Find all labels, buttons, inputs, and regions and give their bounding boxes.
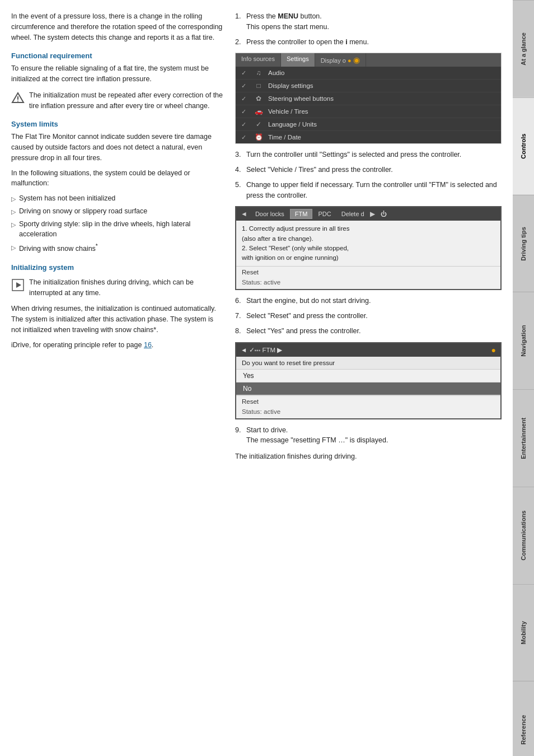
reset-screenshot: ◄ ✓▪▪▪ FTM ▶ ● Do you want to reset tire…	[235, 342, 502, 419]
bullet-item: ▷ System has not been initialized	[11, 193, 224, 204]
ftm-tabs: Door locks FTM PDC Delete d ▶ ⏻	[251, 209, 496, 219]
triangle-icon	[11, 91, 25, 105]
ftm-nav-left: ◄	[241, 210, 247, 218]
reset-status: Status: active	[236, 407, 500, 418]
menu-item-vehicle: ✓🚗Vehicle / Tires	[236, 105, 501, 118]
step-4: 4. Select "Vehicle / Tires" and press th…	[235, 165, 502, 175]
menu-item-language: ✓✓Language / Units	[236, 118, 501, 131]
system-limits-header: System limits	[11, 120, 224, 128]
tab-display: Display o ● ◉	[315, 53, 366, 67]
reset-header-text: ◄ ✓▪▪▪ FTM ▶	[241, 346, 282, 354]
ftm-header: ◄ Door locks FTM PDC Delete d ▶ ⏻	[236, 207, 500, 221]
bullet-arrow-icon: ▷	[11, 194, 16, 204]
side-tabs: At a glance Controls Driving tips Naviga…	[513, 0, 534, 756]
functional-requirement-notice-text: The initialization must be repeated afte…	[29, 90, 224, 111]
tab-entertainment[interactable]: Entertainment	[513, 389, 534, 487]
step-8: 8. Select "Yes" and press the controller…	[235, 326, 502, 337]
tab-pdc: PDC	[313, 209, 335, 218]
bullet-text: Sporty driving style: slip in the drive …	[19, 219, 224, 240]
functional-requirement-notice: The initialization must be repeated afte…	[11, 90, 224, 111]
final-text: The initialization finishes during drivi…	[235, 451, 502, 462]
system-limits-text2: In the following situations, the system …	[11, 168, 224, 189]
functional-requirement-header: Functional requirement	[11, 52, 224, 60]
menu-item-audio: ✓♫Audio	[236, 67, 501, 80]
step-7: 7. Select "Reset" and press the controll…	[235, 311, 502, 321]
bullet-arrow-icon: ▷	[11, 207, 16, 217]
ftm-reset-label: Reset	[236, 266, 500, 278]
tab-at-a-glance[interactable]: At a glance	[513, 0, 534, 97]
reset-option-yes: Yes	[236, 370, 500, 382]
menu-screenshot: Info sources Settings Display o ● ◉ ✓♫Au…	[235, 53, 502, 144]
reset-options: Yes No	[236, 370, 500, 395]
tab-mobility[interactable]: Mobility	[513, 584, 534, 682]
idrive-ref: iDrive, for operating principle refer to…	[11, 340, 224, 351]
tab-info-sources: Info sources	[236, 53, 281, 67]
initializing-system-header: Initializing system	[11, 263, 224, 272]
left-column: In the event of a pressure loss, there i…	[11, 11, 224, 745]
svg-point-2	[17, 100, 18, 101]
step-1: 1. Press the MENU button. This opens the…	[235, 11, 502, 32]
steps-3-5: 3. Turn the controller until "Settings" …	[235, 150, 502, 200]
play-triangle-icon	[11, 278, 25, 292]
reset-reset-label: Reset	[236, 395, 500, 407]
menu-item-display: ✓□Display settings	[236, 80, 501, 92]
system-limits-text1: The Flat Tire Monitor cannot indicate su…	[11, 132, 224, 163]
step-3: 3. Turn the controller until "Settings" …	[235, 150, 502, 160]
tab-ftm: FTM	[290, 209, 313, 219]
bullet-text: Driving on snowy or slippery road surfac…	[19, 206, 147, 217]
step-5: 5. Change to upper field if necessary. T…	[235, 180, 502, 201]
ftm-content: 1. Correctly adjust pressure in all tire…	[236, 221, 500, 266]
tab-power: ⏻	[376, 209, 391, 218]
right-column: 1. Press the MENU button. This opens the…	[235, 11, 502, 745]
menu-tabs: Info sources Settings Display o ● ◉	[236, 53, 501, 67]
bullet-text: Driving with snow chains*	[19, 242, 98, 254]
tab-doorlocks: Door locks	[251, 209, 289, 218]
menu-item-time: ✓⏰Time / Date	[236, 131, 501, 143]
reset-option-no: No	[236, 382, 500, 395]
step-6: 6. Start the engine, but do not start dr…	[235, 296, 502, 306]
step-2: 2. Press the controller to open the i me…	[235, 37, 502, 48]
steps-list: 1. Press the MENU button. This opens the…	[235, 11, 502, 47]
reset-question: Do you want to reset tire pressur	[236, 357, 500, 370]
bullet-arrow-icon: ▷	[11, 220, 16, 230]
system-limits-bullets: ▷ System has not been initialized ▷ Driv…	[11, 193, 224, 254]
functional-requirement-text1: To ensure the reliable signaling of a fl…	[11, 63, 224, 85]
initializing-text1: When driving resumes, the initialization…	[11, 304, 224, 335]
tab-navigation[interactable]: Navigation	[513, 292, 534, 389]
tab-delete: Delete d	[337, 209, 369, 218]
reset-header: ◄ ✓▪▪▪ FTM ▶ ●	[236, 343, 500, 357]
bullet-item: ▷ Driving on snowy or slippery road surf…	[11, 206, 224, 217]
initializing-notice-text: The initialization finishes during drivi…	[29, 277, 224, 298]
page-link[interactable]: 16	[144, 341, 152, 349]
initializing-notice: The initialization finishes during drivi…	[11, 277, 224, 298]
step-9: 9. Start to drive. The message "resettin…	[235, 425, 502, 446]
svg-marker-4	[16, 282, 21, 288]
tab-driving-tips[interactable]: Driving tips	[513, 195, 534, 292]
ftm-nav-right: ▶	[370, 210, 375, 218]
menu-item-steering: ✓✿Steering wheel buttons	[236, 92, 501, 105]
bullet-item: ▷ Driving with snow chains*	[11, 242, 224, 254]
tab-settings: Settings	[281, 53, 315, 67]
ftm-status: Status: active	[236, 278, 500, 289]
bullet-text: System has not been initialized	[19, 193, 115, 204]
tab-controls[interactable]: Controls	[513, 97, 534, 195]
bullet-item: ▷ Sporty driving style: slip in the driv…	[11, 219, 224, 240]
ftm-screenshot: ◄ Door locks FTM PDC Delete d ▶ ⏻ 1. Cor…	[235, 206, 502, 290]
intro-text: In the event of a pressure loss, there i…	[11, 11, 224, 43]
bullet-arrow-icon: ▷	[11, 243, 16, 253]
step-9: 9. Start to drive. The message "resettin…	[235, 425, 502, 446]
steps-6-8: 6. Start the engine, but do not start dr…	[235, 296, 502, 336]
tab-reference[interactable]: Reference	[513, 681, 534, 756]
tab-communications[interactable]: Communications	[513, 487, 534, 584]
